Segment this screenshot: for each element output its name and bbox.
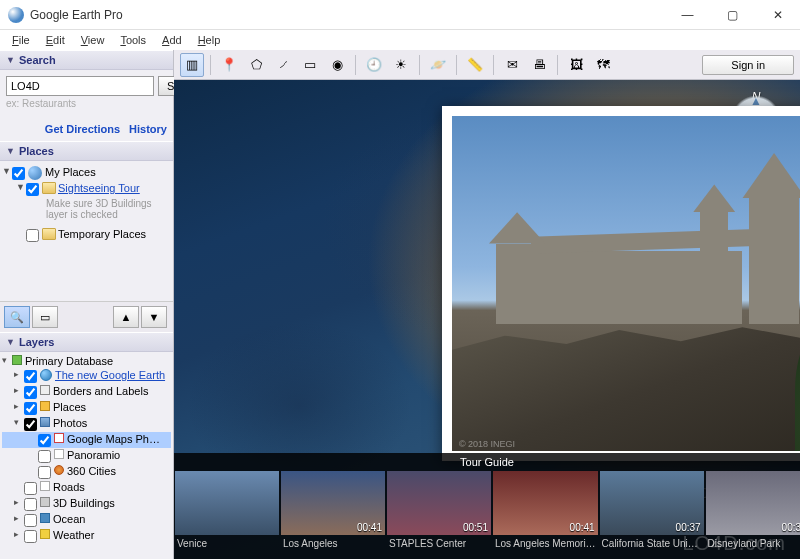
expand-icon[interactable]: ▸: [14, 513, 24, 523]
layer-checkbox[interactable]: [24, 498, 37, 511]
email-button[interactable]: ✉: [500, 53, 524, 77]
my-places-checkbox[interactable]: [12, 167, 25, 180]
expand-icon[interactable]: ▼: [16, 182, 26, 192]
image-overlay-button[interactable]: ▭: [298, 53, 322, 77]
globe-icon: [28, 166, 42, 180]
tour-guide: Tour Guide Venice 00:41 Los Angeles 00:5…: [174, 453, 800, 559]
new-google-earth-link[interactable]: The new Google Earth: [55, 369, 165, 381]
menu-edit[interactable]: Edit: [38, 32, 73, 48]
layer-checkbox[interactable]: [24, 514, 37, 527]
tour-caption: STAPLES Center: [387, 535, 491, 549]
search-input[interactable]: [6, 76, 154, 96]
layer-checkbox[interactable]: [24, 482, 37, 495]
menu-view[interactable]: View: [73, 32, 113, 48]
layer-checkbox[interactable]: [24, 402, 37, 415]
tour-item[interactable]: 00:39 Disneyland Park: [706, 471, 800, 555]
layer-checkbox[interactable]: [38, 434, 51, 447]
temporary-places-label[interactable]: Temporary Places: [58, 228, 146, 240]
map-viewport[interactable]: ▥ 📍 ⬠ ⟋ ▭ ◉ 🕘 ☀ 🪐 📏 ✉ 🖶 🖼 🗺 Sign in San …: [174, 50, 800, 559]
roads-label[interactable]: Roads: [53, 481, 85, 493]
layer-checkbox[interactable]: [24, 418, 37, 431]
layer-checkbox[interactable]: [38, 450, 51, 463]
menu-tools[interactable]: Tools: [112, 32, 154, 48]
tour-thumbnail: [175, 471, 279, 535]
temporary-places-checkbox[interactable]: [26, 229, 39, 242]
menu-add[interactable]: Add: [154, 32, 190, 48]
tour-duration: 00:51: [463, 522, 488, 533]
borders-icon: [40, 385, 50, 395]
places-panel: ▼ My Places ▼ Sightseeing Tour Make sure…: [0, 161, 173, 301]
signin-button[interactable]: Sign in: [702, 55, 794, 75]
layer-checkbox[interactable]: [24, 386, 37, 399]
layer-checkbox[interactable]: [38, 466, 51, 479]
sightseeing-tour-link[interactable]: Sightseeing Tour: [58, 182, 140, 194]
move-down-button[interactable]: ▼: [141, 306, 167, 328]
menubar: File Edit View Tools Add Help: [0, 30, 800, 50]
layer-checkbox[interactable]: [24, 370, 37, 383]
search-panel-header[interactable]: ▼ Search: [0, 50, 173, 70]
record-tour-button[interactable]: ◉: [325, 53, 349, 77]
expand-icon[interactable]: ▸: [14, 401, 24, 411]
layer-places-label[interactable]: Places: [53, 401, 86, 413]
menu-help[interactable]: Help: [190, 32, 229, 48]
places-panel-header[interactable]: ▼ Places: [0, 141, 173, 161]
move-up-button[interactable]: ▲: [113, 306, 139, 328]
collapse-icon: ▼: [6, 146, 15, 156]
popup-photo[interactable]: [452, 116, 800, 451]
tour-item[interactable]: 00:37 California State Uni…: [600, 471, 704, 555]
buildings-icon: [40, 497, 50, 507]
360cities-label[interactable]: 360 Cities: [67, 465, 116, 477]
panoramio-label[interactable]: Panoramio: [67, 449, 120, 461]
3d-buildings-label[interactable]: 3D Buildings: [53, 497, 115, 509]
expand-icon[interactable]: ▾: [2, 355, 12, 365]
tour-item[interactable]: 00:41 Los Angeles Memori…: [493, 471, 598, 555]
print-button[interactable]: 🖶: [527, 53, 551, 77]
tour-item[interactable]: 00:51 STAPLES Center: [387, 471, 491, 555]
ruler-button[interactable]: 📏: [463, 53, 487, 77]
maximize-button[interactable]: ▢: [710, 0, 755, 29]
tour-items[interactable]: Venice 00:41 Los Angeles 00:51 STAPLES C…: [174, 471, 800, 555]
layer-checkbox[interactable]: [24, 530, 37, 543]
ocean-label[interactable]: Ocean: [53, 513, 85, 525]
weather-label[interactable]: Weather: [53, 529, 94, 541]
polygon-button[interactable]: ⬠: [244, 53, 268, 77]
tour-item[interactable]: Venice: [175, 471, 279, 555]
expand-icon[interactable]: ▼: [2, 166, 12, 176]
tour-caption: Los Angeles Memori…: [493, 535, 598, 549]
sidebar: ▼ Search Search ex: Restaurants Get Dire…: [0, 50, 174, 559]
primary-database-label[interactable]: Primary Database: [25, 355, 113, 367]
toggle-places-button[interactable]: ▭: [32, 306, 58, 328]
menu-file[interactable]: File: [4, 32, 38, 48]
weather-icon: [40, 529, 50, 539]
history-link[interactable]: History: [129, 123, 167, 135]
save-image-button[interactable]: 🖼: [564, 53, 588, 77]
view-in-maps-button[interactable]: 🗺: [591, 53, 615, 77]
expand-icon[interactable]: ▸: [14, 497, 24, 507]
minimize-button[interactable]: —: [665, 0, 710, 29]
window-controls: — ▢ ✕: [665, 0, 800, 29]
layer-photos-label[interactable]: Photos: [53, 417, 87, 429]
app-icon: [8, 7, 24, 23]
layers-panel-header[interactable]: ▼ Layers: [0, 332, 173, 352]
planet-button[interactable]: 🪐: [426, 53, 450, 77]
separator: [419, 55, 420, 75]
sightseeing-checkbox[interactable]: [26, 183, 39, 196]
close-button[interactable]: ✕: [755, 0, 800, 29]
get-directions-link[interactable]: Get Directions: [45, 123, 120, 135]
search-places-button[interactable]: 🔍: [4, 306, 30, 328]
window-title: Google Earth Pro: [30, 8, 665, 22]
toolbar: ▥ 📍 ⬠ ⟋ ▭ ◉ 🕘 ☀ 🪐 📏 ✉ 🖶 🖼 🗺 Sign in: [174, 50, 800, 80]
toggle-sidebar-button[interactable]: ▥: [180, 53, 204, 77]
expand-icon[interactable]: ▸: [14, 529, 24, 539]
expand-icon[interactable]: ▸: [14, 369, 24, 379]
my-places-label[interactable]: My Places: [45, 166, 96, 178]
gmaps-photos-label[interactable]: Google Maps Ph…: [67, 433, 160, 445]
placemark-button[interactable]: 📍: [217, 53, 241, 77]
borders-label[interactable]: Borders and Labels: [53, 385, 148, 397]
tour-item[interactable]: 00:41 Los Angeles: [281, 471, 385, 555]
sunlight-button[interactable]: ☀: [389, 53, 413, 77]
path-button[interactable]: ⟋: [271, 53, 295, 77]
history-button[interactable]: 🕘: [362, 53, 386, 77]
expand-icon[interactable]: ▸: [14, 385, 24, 395]
expand-icon[interactable]: ▾: [14, 417, 24, 427]
